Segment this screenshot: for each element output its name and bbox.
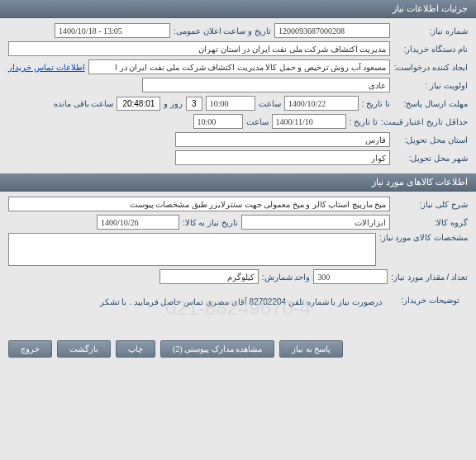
need-number-label: شماره نیاز: xyxy=(393,26,468,36)
to-date-label-1: تا تاریخ : xyxy=(362,99,390,108)
price-validity-hour-input[interactable] xyxy=(193,114,243,129)
buyer-notes-label: توضیحات خریدار: xyxy=(385,296,459,305)
need-number-input[interactable] xyxy=(274,23,390,38)
goods-specs-label: مشخصات کالای مورد نیاز: xyxy=(379,233,468,242)
need-details-header: جزئیات اطلاعات نیاز xyxy=(0,0,476,18)
buyer-org-label: نام دستگاه خریدار: xyxy=(393,45,468,54)
reply-to-date-input[interactable] xyxy=(284,96,359,111)
creator-input[interactable] xyxy=(88,59,390,74)
delivery-city-input[interactable] xyxy=(175,150,390,165)
delivery-province-label: استان محل تحویل: xyxy=(393,135,468,145)
attachments-button[interactable]: مشاهده مدارک پیوستی (2) xyxy=(160,340,274,358)
goods-group-label: گروه کالا: xyxy=(393,218,468,227)
need-date-goods-label: تاریخ نیاز به کالا: xyxy=(183,218,238,227)
goods-info-form: شرح کلی نیاز: گروه کالا: تاریخ نیاز به ک… xyxy=(0,192,476,334)
days-and-label: روز و xyxy=(164,99,183,108)
unit-input[interactable] xyxy=(159,269,259,284)
goods-info-header: اطلاعات کالاهای مورد نیاز xyxy=(0,173,476,192)
reply-hour-input[interactable] xyxy=(206,96,255,111)
goods-group-input[interactable] xyxy=(241,215,390,230)
priority-label: اولویت نیاز : xyxy=(393,81,468,90)
announce-datetime-label: تاریخ و ساعت اعلان عمومی: xyxy=(174,26,271,36)
reply-deadline-label: مهلت ارسال پاسخ: xyxy=(393,99,468,108)
back-button[interactable]: بازگشت xyxy=(57,340,111,358)
price-validity-label: حداقل تاریخ اعتبار قیمت: xyxy=(381,117,468,126)
goods-specs-textarea[interactable] xyxy=(8,233,376,266)
hour-label-2: ساعت xyxy=(246,117,269,126)
exit-button[interactable]: خروج xyxy=(8,340,52,358)
unit-label: واحد شمارش: xyxy=(262,273,311,282)
to-date-label-2: تا تاریخ : xyxy=(350,117,378,126)
priority-input[interactable] xyxy=(142,78,390,92)
contact-info-link[interactable]: اطلاعات تماس خریدار xyxy=(8,63,85,72)
buyer-org-input[interactable] xyxy=(8,41,390,56)
buyer-notes-text: درصورت نیاز با شماره تلفن 82702204 آقای … xyxy=(17,296,382,308)
announce-datetime-input[interactable] xyxy=(55,23,170,38)
delivery-city-label: شهر محل تحویل: xyxy=(393,154,468,163)
reply-button[interactable]: پاسخ به نیاز xyxy=(279,340,343,358)
delivery-province-input[interactable] xyxy=(175,132,390,147)
time-remaining-box: 20:48:01 xyxy=(117,97,160,111)
need-date-goods-input[interactable] xyxy=(97,215,179,230)
creator-label: ایجاد کننده درخواست: xyxy=(393,63,468,72)
buttons-bar: پاسخ به نیاز مشاهده مدارک پیوستی (2) چاپ… xyxy=(0,334,476,364)
qty-label: تعداد / مقدار مورد نیاز: xyxy=(391,273,468,282)
hours-remaining-label: ساعت باقی مانده xyxy=(54,99,114,108)
price-validity-date-input[interactable] xyxy=(272,114,346,129)
days-remaining-box: 3 xyxy=(186,97,202,111)
qty-input[interactable] xyxy=(313,269,388,284)
need-desc-input[interactable] xyxy=(8,197,390,211)
need-desc-label: شرح کلی نیاز: xyxy=(393,200,468,209)
hour-label-1: ساعت xyxy=(259,99,281,108)
need-details-form: شماره نیاز: تاریخ و ساعت اعلان عمومی: نا… xyxy=(0,18,476,173)
print-button[interactable]: چاپ xyxy=(116,340,155,358)
